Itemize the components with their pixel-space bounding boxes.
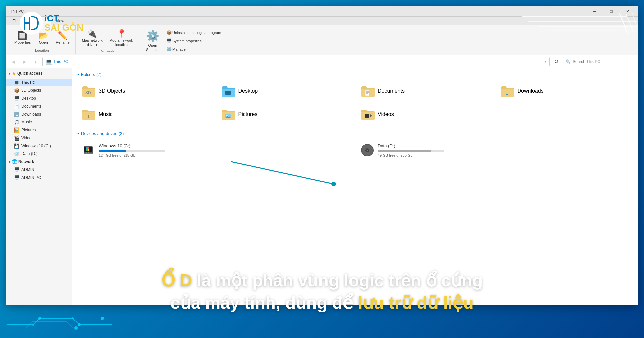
- svg-rect-16: [86, 152, 87, 153]
- folder-downloads[interactable]: ↓ Downloads: [496, 81, 633, 101]
- sidebar-item-downloads[interactable]: ⬇️ Downloads: [6, 110, 72, 118]
- folder-documents-icon: [360, 84, 375, 98]
- sidebar-item-admin-pc[interactable]: 🖥️ ADMIN-PC: [6, 174, 72, 182]
- admin-icon: 🖥️: [14, 167, 19, 172]
- drive-d-bar-bg: [378, 150, 444, 152]
- sidebar-item-videos[interactable]: 🎬 Videos: [6, 134, 72, 142]
- settings-icon: ⚙️: [146, 30, 159, 42]
- network-chevron-icon: ▾: [9, 160, 10, 164]
- svg-point-40: [101, 317, 104, 320]
- network-icon: 🌐: [12, 159, 17, 164]
- folder-pictures-label: Pictures: [238, 111, 258, 117]
- path-text: This PC: [53, 59, 68, 64]
- drive-c-bar-bg: [99, 150, 165, 152]
- windows-c-label: Windows 10 (C:): [21, 144, 51, 148]
- forward-button[interactable]: ▶: [20, 57, 29, 66]
- svg-rect-3: [365, 90, 369, 96]
- drive-d-bar-fill: [378, 150, 431, 152]
- folder-3d-objects[interactable]: 3D 3D Objects: [77, 81, 214, 101]
- svg-rect-12: [365, 114, 369, 118]
- music-label: Music: [21, 120, 32, 124]
- sidebar-item-desktop[interactable]: 🖥️ Desktop: [6, 94, 72, 102]
- svg-rect-17: [88, 152, 89, 153]
- sidebar-item-data-d[interactable]: 💿 Data (D:): [6, 150, 72, 158]
- drive-d[interactable]: Data (D:) 49 GB free of 250 GB: [356, 140, 633, 160]
- documents-label: Documents: [21, 104, 42, 109]
- logo-svg: [21, 13, 41, 33]
- folder-music[interactable]: ♪ Music: [77, 104, 214, 124]
- svg-point-10: [226, 115, 228, 116]
- desktop-icon: 🖥️: [14, 96, 19, 101]
- svg-line-34: [626, 13, 634, 33]
- admin-pc-icon: 🖥️: [14, 175, 19, 180]
- folder-3d-objects-icon: 3D: [81, 84, 95, 98]
- sidebar-item-pictures[interactable]: 🖼️ Pictures: [6, 126, 72, 134]
- quick-access-label: Quick access: [17, 71, 43, 76]
- folder-desktop-label: Desktop: [238, 88, 258, 94]
- sidebar-item-music[interactable]: 🎵 Music: [6, 118, 72, 126]
- windows-c-icon: 💾: [14, 143, 19, 149]
- sidebar-item-windows-c[interactable]: 💾 Windows 10 (C:): [6, 142, 72, 150]
- svg-text:♪: ♪: [87, 114, 89, 119]
- logo-overlay: iCT SAI GÒN: [20, 12, 83, 35]
- drive-c-info: Windows 10 (C:) 124 GB free of 215 GB: [99, 143, 350, 157]
- downloads-label: Downloads: [21, 112, 41, 117]
- refresh-button[interactable]: ↻: [552, 57, 561, 66]
- ribbon-group-system: ⚙️ OpenSettings 📦 Uninstall or change a …: [140, 27, 226, 54]
- pictures-label: Pictures: [21, 128, 36, 132]
- back-button[interactable]: ◀: [9, 57, 18, 66]
- search-icon: 🔍: [566, 59, 571, 64]
- data-d-label: Data (D:): [21, 152, 38, 156]
- 3d-objects-icon: 📦: [14, 88, 19, 93]
- system-sub-buttons: 📦 Uninstall or change a program 🖥️ Syste…: [164, 29, 223, 53]
- folder-videos-icon: [360, 107, 375, 121]
- address-path[interactable]: 💻 This PC ▾: [42, 57, 550, 66]
- location-group-label: Location: [35, 49, 49, 52]
- folder-videos-label: Videos: [378, 111, 394, 117]
- folder-music-label: Music: [99, 111, 113, 117]
- folders-section-label: Folders (7): [81, 72, 102, 77]
- folder-pictures[interactable]: Pictures: [217, 104, 354, 124]
- uninstall-icon: 📦: [166, 30, 172, 35]
- uninstall-button[interactable]: 📦 Uninstall or change a program: [164, 29, 223, 36]
- folder-documents[interactable]: Documents: [356, 81, 493, 101]
- quick-access-section: ▾ ★ Quick access: [6, 69, 72, 77]
- admin-pc-label: ADMIN-PC: [21, 175, 41, 180]
- drives-section-header[interactable]: ▾ Devices and drives (2): [77, 131, 633, 136]
- up-button[interactable]: ↑: [31, 57, 40, 66]
- folders-section-header[interactable]: ▾ Folders (7): [77, 72, 633, 77]
- manage-button[interactable]: ⚙️ Manage: [164, 45, 223, 53]
- folder-3d-objects-label: 3D Objects: [99, 88, 125, 94]
- logo-text: iCT SAI GÒN: [44, 14, 83, 32]
- videos-label: Videos: [21, 136, 33, 140]
- sidebar-item-this-pc[interactable]: 💻 This PC: [6, 79, 72, 86]
- svg-text:3D: 3D: [85, 90, 91, 95]
- search-box[interactable]: 🔍: [563, 57, 635, 66]
- sidebar-item-documents[interactable]: 📄 Documents: [6, 102, 72, 110]
- network-header[interactable]: ▾ 🌐 Network: [6, 158, 72, 166]
- drive-c-bar-fill: [99, 150, 126, 152]
- drive-c[interactable]: Windows 10 (C:) 124 GB free of 215 GB: [77, 140, 354, 160]
- svg-rect-19: [86, 147, 88, 149]
- svg-rect-20: [88, 147, 89, 149]
- search-input[interactable]: [573, 59, 626, 64]
- drives-grid: Windows 10 (C:) 124 GB free of 215 GB: [77, 140, 633, 160]
- drive-c-label: Windows 10 (C:): [99, 143, 350, 148]
- add-location-button[interactable]: 📍 Add a networklocation: [107, 28, 136, 49]
- open-settings-button[interactable]: ⚙️ OpenSettings: [142, 28, 163, 53]
- sidebar-item-3d-objects[interactable]: 📦 3D Objects: [6, 86, 72, 94]
- star-icon: ★: [12, 71, 16, 76]
- quick-access-header[interactable]: ▾ ★ Quick access: [6, 69, 72, 77]
- svg-point-37: [78, 323, 81, 326]
- drives-section-label: Devices and drives (2): [81, 131, 124, 136]
- drive-d-icon: [360, 143, 375, 157]
- folder-desktop[interactable]: Desktop: [217, 81, 354, 101]
- sys-props-button[interactable]: 🖥️ System properties: [164, 37, 223, 45]
- folder-downloads-icon: ↓: [500, 84, 514, 98]
- folder-music-icon: ♪: [81, 107, 95, 121]
- folder-downloads-label: Downloads: [518, 88, 544, 94]
- svg-point-38: [32, 324, 34, 326]
- sidebar-item-admin[interactable]: 🖥️ ADMIN: [6, 166, 72, 174]
- 3d-objects-label: 3D Objects: [21, 88, 41, 93]
- folder-videos[interactable]: Videos: [356, 104, 493, 124]
